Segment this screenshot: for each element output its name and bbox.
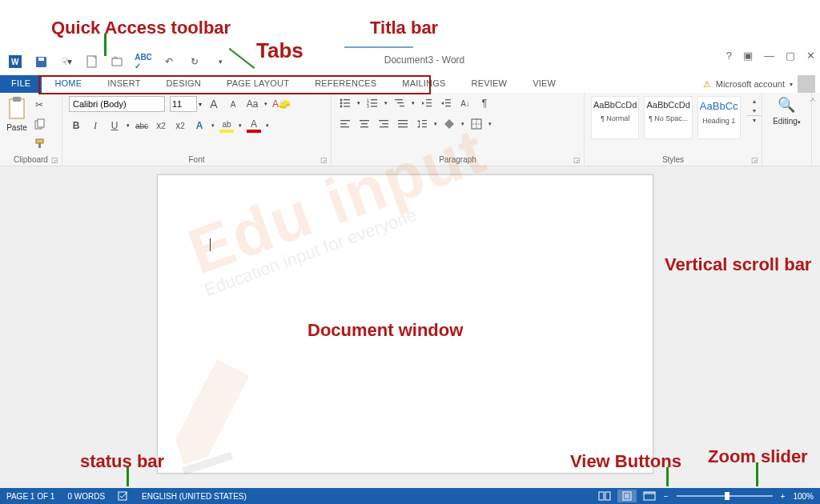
clipboard-launcher-icon[interactable]: ◲: [51, 156, 58, 164]
show-marks-icon[interactable]: ¶: [477, 96, 492, 110]
font-color-icon[interactable]: A: [247, 118, 261, 133]
qat-customize-icon[interactable]: ▾: [211, 53, 229, 70]
sort-icon[interactable]: A↓: [458, 96, 472, 110]
paragraph-launcher-icon[interactable]: ◲: [573, 156, 581, 164]
svg-rect-17: [344, 106, 350, 106]
decrease-indent-icon[interactable]: [420, 96, 434, 110]
highlight-icon[interactable]: ab: [219, 118, 234, 133]
style-no-spacing[interactable]: AaBbCcDd ¶ No Spac...: [644, 96, 692, 139]
font-launcher-icon[interactable]: ◲: [320, 156, 328, 164]
styles-down-icon[interactable]: ▾: [747, 106, 762, 115]
close-icon[interactable]: ✕: [806, 50, 815, 62]
paste-icon[interactable]: [6, 96, 27, 120]
bullets-icon[interactable]: [338, 96, 352, 110]
styles-label: Styles: [591, 154, 755, 164]
underline-button[interactable]: U: [107, 118, 122, 133]
web-layout-icon[interactable]: [640, 490, 659, 502]
justify-icon[interactable]: [396, 117, 410, 131]
styles-launcher-icon[interactable]: ◲: [751, 156, 758, 164]
redo-icon[interactable]: ↻: [186, 53, 203, 70]
read-mode-icon[interactable]: [595, 490, 614, 502]
svg-point-12: [340, 99, 343, 102]
tab-view[interactable]: VIEW: [520, 75, 569, 93]
style-heading1[interactable]: AaBbCc Heading 1: [697, 96, 741, 139]
line-spacing-icon[interactable]: [415, 117, 429, 131]
editing-label-btn[interactable]: Editing▾: [773, 117, 801, 126]
strike-button[interactable]: abc: [135, 118, 149, 133]
shrink-font-icon[interactable]: A: [226, 97, 240, 111]
shading-icon[interactable]: [442, 117, 456, 131]
tab-references[interactable]: REFERENCES: [302, 75, 389, 93]
spellcheck-icon[interactable]: ABC✓: [135, 53, 152, 70]
tab-page-layout[interactable]: PAGE LAYOUT: [214, 75, 302, 93]
style-normal[interactable]: AaBbCcDd ¶ Normal: [591, 96, 639, 139]
change-case-icon[interactable]: Aa: [245, 97, 259, 111]
numbering-icon[interactable]: 123: [365, 96, 380, 110]
multilevel-icon[interactable]: [392, 96, 407, 110]
tab-file[interactable]: FILE: [0, 75, 42, 93]
new-file-icon[interactable]: [83, 53, 101, 70]
zoom-slider[interactable]: [677, 495, 773, 497]
font-size-input[interactable]: [170, 96, 197, 112]
svg-rect-23: [371, 106, 377, 106]
grow-font-icon[interactable]: A: [207, 97, 221, 111]
superscript-button[interactable]: x2: [173, 118, 187, 133]
svg-rect-36: [360, 120, 369, 121]
svg-rect-35: [340, 126, 349, 127]
clear-format-icon[interactable]: A🧽: [272, 97, 291, 111]
increase-indent-icon[interactable]: [439, 96, 453, 110]
svg-point-14: [340, 102, 343, 105]
ribbon-display-icon[interactable]: ▣: [743, 50, 753, 62]
proofing-icon[interactable]: [118, 491, 129, 501]
svg-rect-47: [422, 123, 427, 124]
svg-point-16: [340, 106, 343, 108]
group-font: ▾ A A Aa▾ A🧽 B I U▾ abc x2 x2 A▾ ab▾ A▾ …: [62, 93, 332, 166]
copy-icon[interactable]: [32, 117, 46, 131]
font-name-input[interactable]: [69, 96, 165, 112]
zoom-level[interactable]: 100%: [793, 492, 814, 501]
cut-icon[interactable]: ✂: [32, 98, 46, 112]
print-layout-icon[interactable]: [617, 490, 637, 502]
undo-icon[interactable]: ↶: [160, 53, 178, 70]
borders-icon[interactable]: [469, 117, 484, 131]
ribbon: Paste ✂ Clipboard ◲ ▾ A A Aa▾ A🧽 B I: [0, 93, 820, 166]
format-painter-icon[interactable]: [32, 136, 46, 150]
maximize-icon[interactable]: ▢: [786, 50, 795, 62]
vertical-scrollbar[interactable]: [807, 166, 818, 486]
svg-rect-27: [426, 99, 432, 100]
anno-qat: Quick Access toolbar: [51, 18, 231, 38]
help-icon[interactable]: ?: [726, 50, 732, 62]
svg-rect-33: [340, 120, 350, 121]
word-icon[interactable]: W: [6, 53, 24, 70]
save-icon[interactable]: [32, 53, 50, 70]
align-center-icon[interactable]: [357, 117, 372, 131]
minimize-icon[interactable]: —: [764, 50, 774, 62]
zoom-out-button[interactable]: −: [664, 492, 669, 501]
align-right-icon[interactable]: [376, 117, 391, 131]
anno-titlebar: Titla bar: [370, 18, 438, 38]
status-page[interactable]: PAGE 1 OF 1: [6, 492, 54, 501]
tab-review[interactable]: REVIEW: [459, 75, 521, 93]
touch-mode-icon[interactable]: ☟▾: [58, 53, 75, 70]
styles-up-icon[interactable]: ▴: [747, 96, 762, 106]
tab-insert[interactable]: INSERT: [94, 75, 153, 93]
open-icon[interactable]: [109, 53, 127, 70]
tab-design[interactable]: DESIGN: [154, 75, 214, 93]
editing-label: [769, 162, 805, 164]
status-language[interactable]: ENGLISH (UNITED STATES): [142, 492, 247, 501]
subscript-button[interactable]: x2: [154, 118, 168, 133]
status-words[interactable]: 0 WORDS: [67, 492, 105, 501]
styles-more-icon[interactable]: ▾: [747, 115, 762, 125]
find-icon[interactable]: 🔍: [778, 96, 795, 114]
italic-button[interactable]: I: [88, 118, 102, 133]
bold-button[interactable]: B: [69, 118, 83, 133]
zoom-in-button[interactable]: +: [781, 492, 786, 501]
align-left-icon[interactable]: [338, 117, 352, 131]
svg-rect-24: [395, 99, 403, 100]
tab-home[interactable]: HOME: [42, 75, 94, 93]
tab-mailings[interactable]: MAILINGS: [389, 75, 458, 93]
text-effects-icon[interactable]: A: [192, 118, 207, 133]
svg-rect-34: [340, 123, 347, 124]
svg-rect-38: [360, 126, 368, 127]
collapse-ribbon-icon[interactable]: ㅅ: [809, 94, 817, 106]
